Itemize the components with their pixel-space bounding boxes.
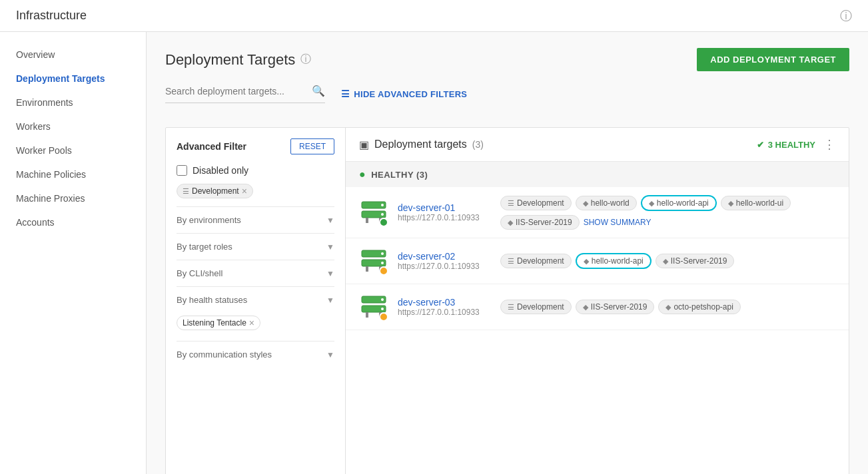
server-tags: ☰Development ◆hello-world ◆hello-world-a… — [500, 195, 835, 230]
help-icon[interactable]: ⓘ — [840, 8, 852, 24]
svg-point-9 — [381, 262, 384, 264]
server-status-badge-warning-3 — [379, 312, 388, 322]
page-title: Deployment Targets — [165, 51, 295, 69]
server-tags-2: ☰Development ◆hello-world-api ◆IIS-Serve… — [500, 253, 835, 269]
healthy-section-dot: ● — [359, 168, 366, 180]
svg-point-8 — [381, 252, 384, 255]
sidebar-item-environments[interactable]: Environments — [0, 91, 146, 115]
env-icon-2: ☰ — [508, 257, 514, 266]
role-icon-3: ◆ — [728, 199, 733, 208]
search-box: 🔍 — [165, 85, 325, 103]
tag-iis-server-2019-3: ◆IIS-Server-2019 — [576, 300, 655, 314]
filter-section-cli-shell[interactable]: By CLI/shell ▼ — [177, 260, 334, 286]
svg-point-14 — [381, 298, 384, 301]
filter-section-target-roles[interactable]: By target roles ▼ — [177, 233, 334, 260]
advanced-filter-header: Advanced Filter RESET — [177, 138, 334, 154]
disabled-only-label: Disabled only — [193, 165, 248, 176]
more-options-icon[interactable]: ⋮ — [823, 137, 835, 152]
sidebar-item-machine-proxies[interactable]: Machine Proxies — [0, 186, 146, 210]
tag-octo-petshop-api: ◆octo-petshop-api — [658, 300, 740, 314]
healthy-check-icon: ✔ — [757, 140, 764, 150]
page-header: Deployment Targets ⓘ ADD DEPLOYMENT TARG… — [165, 48, 849, 71]
disabled-only-checkbox[interactable] — [177, 165, 187, 176]
table-row: dev-server-02 https://127.0.0.1:10933 ☰D… — [346, 238, 849, 284]
svg-rect-4 — [366, 218, 368, 223]
sidebar-item-worker-pools[interactable]: Worker Pools — [0, 138, 146, 162]
advanced-filter-title: Advanced Filter — [177, 141, 246, 152]
server-status-badge-warning-2 — [379, 266, 388, 276]
tag-development: ☰Development — [500, 196, 572, 210]
tag-iis-server-2019: ◆IIS-Server-2019 — [500, 215, 580, 230]
tag-hello-world-api-highlight-2: ◆hello-world-api — [576, 253, 651, 269]
table-row: dev-server-03 https://127.0.0.1:10933 ☰D… — [346, 284, 849, 330]
chevron-down-icon-3: ▼ — [326, 269, 334, 278]
listening-tentacle-tag: Listening Tentacle × — [177, 316, 260, 330]
server-url-3: https://127.0.0.1:10933 — [398, 308, 491, 317]
role-icon-8: ◆ — [665, 303, 671, 312]
results-header: ▣ Deployment targets (3) ✔ 3 HEALTHY ⋮ — [346, 128, 849, 162]
server-icon-wrap-3 — [359, 292, 388, 322]
role-icon-7: ◆ — [583, 303, 588, 312]
results-panel: ▣ Deployment targets (3) ✔ 3 HEALTHY ⋮ — [346, 128, 849, 474]
env-icon: ☰ — [508, 199, 514, 208]
app-title: Infrastructure — [16, 9, 87, 23]
healthy-section-header: ● HEALTHY (3) — [346, 162, 849, 187]
svg-rect-16 — [366, 312, 368, 318]
tag-hello-world-ui: ◆hello-world-ui — [721, 196, 791, 210]
chevron-down-icon-5: ▼ — [326, 350, 334, 359]
tag-development-3: ☰Development — [500, 300, 572, 314]
sidebar-item-workers[interactable]: Workers — [0, 115, 146, 138]
server-info: dev-server-01 https://127.0.0.1:10933 — [398, 202, 491, 222]
sidebar-item-machine-policies[interactable]: Machine Policies — [0, 162, 146, 186]
server-icon-wrap-2 — [359, 246, 388, 276]
svg-point-3 — [381, 213, 384, 216]
table-row: dev-server-01 https://127.0.0.1:10933 ☰D… — [346, 187, 849, 238]
server-icon-wrap — [359, 198, 388, 227]
environment-tag-development: ☰ Development × — [177, 184, 253, 198]
env-icon-3: ☰ — [508, 303, 514, 312]
reset-button[interactable]: RESET — [290, 138, 334, 154]
filter-panel: Advanced Filter RESET Disabled only ☰ De… — [166, 128, 346, 474]
server-name-3[interactable]: dev-server-03 — [398, 297, 491, 308]
role-icon-2: ◆ — [649, 199, 654, 208]
tag-hello-world: ◆hello-world — [576, 196, 637, 210]
chevron-down-icon-4: ▼ — [326, 296, 334, 305]
search-icon: 🔍 — [312, 85, 325, 97]
results-count: (3) — [472, 139, 484, 150]
role-icon-5: ◆ — [584, 257, 589, 266]
svg-point-2 — [381, 204, 384, 206]
page-title-help-icon[interactable]: ⓘ — [300, 53, 311, 67]
hide-advanced-filters-button[interactable]: ☰ HIDE ADVANCED FILTERS — [341, 89, 467, 99]
results-title: Deployment targets — [374, 138, 467, 150]
chevron-down-icon: ▼ — [326, 216, 334, 225]
chevron-down-icon-2: ▼ — [326, 242, 334, 252]
show-summary-link[interactable]: SHOW SUMMARY — [584, 218, 651, 227]
server-info-3: dev-server-03 https://127.0.0.1:10933 — [398, 297, 491, 317]
svg-rect-10 — [366, 266, 368, 272]
filter-section-health-statuses[interactable]: By health statuses ▼ — [177, 286, 334, 313]
role-icon-6: ◆ — [663, 257, 668, 266]
deployment-targets-icon: ▣ — [359, 138, 369, 151]
sidebar-item-accounts[interactable]: Accounts — [0, 210, 146, 234]
add-deployment-target-button[interactable]: ADD DEPLOYMENT TARGET — [697, 48, 849, 71]
search-input[interactable] — [165, 86, 312, 97]
filter-icon: ☰ — [341, 89, 350, 99]
sidebar-item-overview[interactable]: Overview — [0, 43, 146, 67]
filter-section-communication-styles[interactable]: By communication styles ▼ — [177, 341, 334, 367]
tag-development-2: ☰Development — [500, 254, 572, 268]
listening-tentacle-close-icon[interactable]: × — [249, 318, 254, 328]
tag-iis-server-2019-2: ◆IIS-Server-2019 — [655, 254, 735, 268]
server-status-badge-healthy — [379, 218, 388, 227]
sidebar: Overview Deployment Targets Environments… — [0, 32, 147, 474]
sidebar-item-deployment-targets[interactable]: Deployment Targets — [0, 67, 146, 91]
server-info-2: dev-server-02 https://127.0.0.1:10933 — [398, 251, 491, 271]
healthy-badge: ✔ 3 HEALTHY — [757, 140, 815, 150]
env-tag-icon: ☰ — [183, 187, 189, 196]
env-tag-close-icon[interactable]: × — [242, 186, 247, 196]
filter-section-environments[interactable]: By environments ▼ — [177, 206, 334, 233]
server-name-2[interactable]: dev-server-02 — [398, 251, 491, 262]
server-name[interactable]: dev-server-01 — [398, 202, 491, 213]
svg-point-15 — [381, 308, 384, 310]
main-content: Deployment Targets ⓘ ADD DEPLOYMENT TARG… — [147, 32, 868, 474]
server-url-2: https://127.0.0.1:10933 — [398, 262, 491, 271]
